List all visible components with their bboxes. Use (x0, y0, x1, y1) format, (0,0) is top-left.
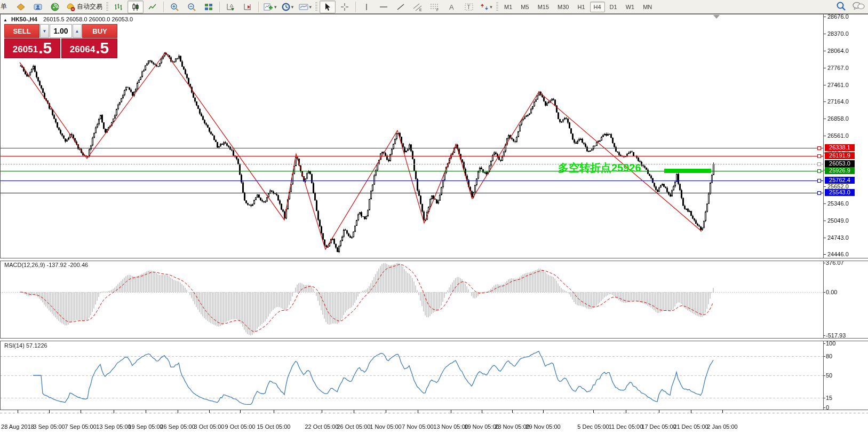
pane-splitter[interactable] (0, 258, 868, 261)
one-click-toggle-icon[interactable]: ▲ (3, 18, 7, 22)
cursor-tool-icon[interactable] (320, 1, 336, 13)
zoom-in-icon[interactable] (166, 1, 182, 13)
strategy-tester-icon[interactable] (30, 1, 46, 13)
autotrading-button[interactable]: 自动交易 (64, 1, 104, 13)
price-tag: 26053.0 (825, 160, 855, 167)
price-tag: 25926.9 (825, 167, 855, 174)
rsi-label: RSI(14) 57.1226 (4, 342, 47, 349)
trendline-tool-icon[interactable] (393, 1, 409, 13)
equidistant-channel-tool-icon[interactable]: E (410, 1, 426, 13)
text-tool-icon[interactable]: A (444, 1, 460, 13)
chart-shift-icon[interactable] (240, 1, 256, 13)
auto-scroll-icon[interactable] (222, 1, 238, 13)
price-tick-label: 26561.0 (827, 132, 849, 139)
timeframe-h1[interactable]: H1 (574, 2, 588, 12)
price-tag: 26191.9 (825, 152, 855, 159)
horizontal-line[interactable] (0, 180, 823, 181)
price-axis-border (823, 14, 824, 410)
timeframe-d1[interactable]: D1 (606, 2, 621, 12)
timeframe-m5[interactable]: M5 (517, 2, 532, 12)
mt4-window: { "toolbar": { "order_label": "单", "auto… (0, 0, 868, 432)
annotation-bar[interactable] (664, 169, 711, 173)
market-watch-icon[interactable] (13, 1, 29, 13)
timeframe-m30[interactable]: M30 (554, 2, 572, 12)
buy-button[interactable]: BUY (82, 24, 117, 38)
horizontal-line[interactable] (0, 148, 823, 148)
volume-decrease-button[interactable]: ▼ (40, 24, 49, 38)
timeframe-mn[interactable]: MN (639, 2, 656, 12)
timeframe-h4[interactable]: H4 (590, 2, 605, 12)
price-tick-label: 26858.0 (827, 115, 849, 122)
current-price-line[interactable] (0, 164, 823, 164)
rsi-axis-label: 15 (826, 395, 832, 401)
chevron-down-icon: ▾ (309, 4, 312, 10)
text-label-tool-icon[interactable]: T (461, 1, 477, 13)
date-label: 29 Nov 05:00 (519, 423, 567, 430)
timeframe-bar: M1M5M15M30H1H4D1W1MN (500, 2, 656, 12)
horizontal-line[interactable] (0, 193, 823, 193)
horizontal-line-tool-icon[interactable] (376, 1, 392, 13)
line-anchor-marker (817, 154, 821, 158)
price-tick-label: 25049.0 (827, 217, 849, 224)
timeframe-m1[interactable]: M1 (500, 2, 516, 12)
toolbar-grip[interactable] (496, 2, 498, 12)
new-order-label: 单 (1, 2, 7, 11)
bar-chart-type-icon[interactable] (110, 1, 126, 13)
price-tick-label: 27461.0 (827, 82, 849, 88)
volume-increase-button[interactable]: ▲ (73, 24, 82, 38)
price-tag: 25543.0 (825, 189, 855, 196)
new-chart-button[interactable]: ▾ (261, 1, 278, 13)
line-chart-type-icon[interactable] (145, 1, 161, 13)
line-anchor-marker (817, 162, 821, 166)
chart-canvas[interactable] (0, 0, 868, 432)
price-tick-label: 27767.0 (827, 65, 849, 71)
sell-button[interactable]: SELL (4, 24, 39, 38)
chart-top-border (0, 14, 868, 14)
new-order-button[interactable]: 单 (0, 1, 12, 13)
crosshair-tool-icon[interactable] (337, 1, 353, 13)
one-click-trading-panel: SELL ▼ ▲ BUY 26051 .5 26064 .5 (4, 24, 117, 58)
buy-price-button[interactable]: 26064 .5 (61, 38, 117, 58)
chart-shift-marker[interactable] (713, 15, 720, 19)
toolbar-grip[interactable] (315, 2, 317, 12)
chart-bottom-border (0, 410, 868, 410)
chat-icon[interactable] (852, 1, 865, 12)
line-anchor-marker (817, 179, 821, 183)
date-label: 15 Oct 05:00 (250, 423, 298, 430)
candlestick-chart-type-icon[interactable] (128, 1, 144, 13)
tile-windows-icon[interactable] (201, 1, 217, 13)
sell-price: 26051 (13, 43, 38, 56)
svg-text:T: T (467, 4, 471, 10)
chart-left-border (0, 14, 1, 410)
horizontal-line[interactable] (0, 156, 823, 156)
chevron-down-icon: ▾ (490, 4, 492, 10)
timeframe-m15[interactable]: M15 (534, 2, 553, 12)
symbol-name: HK50-,H4 (11, 16, 37, 22)
arrows-tool-button[interactable]: ▾ (478, 1, 494, 13)
rsi-axis-label: 50 (826, 372, 832, 379)
timeframe-w1[interactable]: W1 (622, 2, 639, 12)
symbol-header: ▲ HK50-,H4 26015.5 26058.0 26000.0 26053… (3, 16, 133, 22)
templates-button[interactable]: ▾ (297, 1, 314, 13)
vertical-line-tool-icon[interactable] (359, 1, 375, 13)
search-icon[interactable] (836, 1, 847, 12)
volume-input[interactable] (50, 25, 71, 37)
toolbar-grip[interactable] (106, 2, 108, 12)
pane-splitter[interactable] (0, 338, 868, 341)
signals-icon[interactable] (47, 1, 63, 13)
zoom-out-icon[interactable] (184, 1, 200, 13)
annotation-text[interactable]: 多空转折点25926 (558, 161, 641, 175)
price-tag: 26338.1 (825, 144, 855, 151)
volume-box (50, 24, 72, 38)
fibonacci-tool-icon[interactable]: F (427, 1, 443, 13)
rsi-axis-label: 80 (826, 353, 832, 359)
price-tick-label: 28370.0 (827, 30, 849, 37)
ohlc-values: 26015.5 26058.0 26000.0 26053.0 (43, 16, 133, 22)
svg-text:E: E (419, 8, 422, 12)
chevron-down-icon: ▾ (291, 4, 294, 10)
periods-button[interactable]: ▾ (280, 1, 296, 13)
sell-price-button[interactable]: 26051 .5 (4, 38, 60, 58)
buy-price-fraction: .5 (95, 40, 109, 56)
macd-axis-label: 0.00 (826, 289, 837, 295)
buy-price: 26064 (70, 43, 95, 56)
